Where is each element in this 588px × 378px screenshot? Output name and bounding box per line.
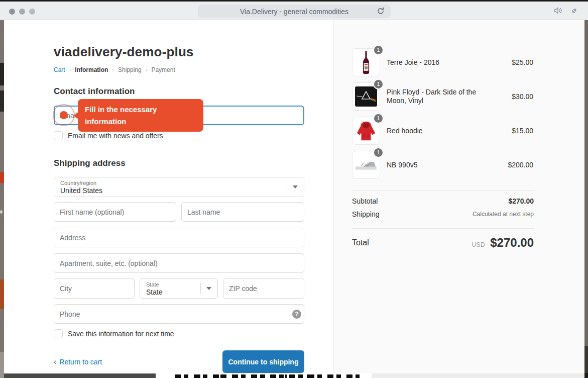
cart-item: 1 Terre Joie - 2016 $25.00 xyxy=(333,48,584,76)
total-value: $270.00 xyxy=(490,236,534,250)
page-title: Via.Delivery - general commodities xyxy=(240,8,348,16)
summary-divider xyxy=(352,228,534,229)
newsletter-row: Email me with news and offers xyxy=(54,131,163,140)
address-field[interactable] xyxy=(54,228,304,247)
state-select-label: State xyxy=(146,281,196,288)
chevron-right-icon: › xyxy=(69,67,71,73)
breadcrumb-shipping: Shipping xyxy=(118,66,142,73)
vinyl-record-image xyxy=(355,85,378,108)
validation-tooltip: Fill in the necessary information xyxy=(78,99,203,132)
browser-titlebar: Via.Delivery - general commodities xyxy=(0,2,588,20)
red-hoodie-image xyxy=(355,119,378,142)
product-name: Red hoodie xyxy=(387,127,493,135)
quantity-badge: 1 xyxy=(373,79,384,89)
shipping-label: Shipping xyxy=(352,210,380,218)
select-divider xyxy=(287,181,287,193)
quantity-badge: 1 xyxy=(373,147,384,158)
tooltip-arrow xyxy=(74,112,78,119)
subtotal-row: Subtotal $270.00 xyxy=(352,196,534,206)
newsletter-checkbox[interactable] xyxy=(54,131,63,140)
currency-code: USD xyxy=(472,241,485,248)
zip-code-field[interactable] xyxy=(223,278,304,299)
breadcrumb-cart[interactable]: Cart xyxy=(54,66,65,73)
quantity-badge: 1 xyxy=(373,113,384,124)
first-name-field[interactable] xyxy=(54,202,176,222)
country-select[interactable]: Country/region United States xyxy=(54,177,304,197)
city-field[interactable] xyxy=(54,278,135,299)
product-name: NB 990v5 xyxy=(387,161,493,169)
tooltip-text: Fill in the necessary information xyxy=(85,105,157,126)
state-select[interactable]: State State xyxy=(140,278,218,299)
total-label: Total xyxy=(352,238,369,247)
product-price: $30.00 xyxy=(512,92,533,101)
shipping-value: Calculated at next step xyxy=(473,211,534,218)
shipping-row: Shipping Calculated at next step xyxy=(352,209,534,219)
total-row: Total USD $270.00 xyxy=(352,235,534,250)
reload-icon[interactable] xyxy=(377,7,385,17)
product-price: $15.00 xyxy=(512,127,533,135)
quantity-badge: 1 xyxy=(373,45,384,55)
return-to-cart-label: Return to cart xyxy=(59,358,102,366)
newsletter-label: Email me with news and offers xyxy=(68,132,163,140)
product-thumbnail: 1 xyxy=(352,151,380,179)
subtotal-value: $270.00 xyxy=(508,197,534,205)
window-minimize-button[interactable] xyxy=(19,9,25,15)
phone-help-icon[interactable]: ? xyxy=(292,310,301,319)
cart-item: 1 Pink Floyd - Dark Side of the Moon, Vi… xyxy=(333,82,584,111)
speaker-icon[interactable] xyxy=(553,7,562,17)
state-select-value: State xyxy=(146,288,196,296)
breadcrumb-payment: Payment xyxy=(151,66,175,73)
checkout-page: viadelivery-demo-plus Cart › Information… xyxy=(4,20,584,373)
country-select-value: United States xyxy=(60,186,283,195)
background-bottom-strip xyxy=(4,373,584,378)
product-price: $25.00 xyxy=(512,58,533,66)
save-info-label: Save this information for next time xyxy=(68,330,174,338)
product-name: Pink Floyd - Dark Side of the Moon, Viny… xyxy=(387,88,493,105)
apartment-field[interactable] xyxy=(54,253,304,273)
cart-item: 1 NB 990v5 $200.00 xyxy=(333,151,584,179)
background-right-strip xyxy=(584,20,588,378)
background-clipped-text xyxy=(175,374,360,378)
chevron-left-icon: ‹ xyxy=(54,358,56,365)
select-divider xyxy=(200,283,201,294)
window-top-edge xyxy=(0,0,588,2)
continue-to-shipping-button[interactable]: Continue to shipping xyxy=(222,350,304,373)
store-name-heading: viadelivery-demo-plus xyxy=(54,44,194,60)
summary-divider xyxy=(352,190,534,191)
subtotal-label: Subtotal xyxy=(352,197,378,205)
product-thumbnail: 1 xyxy=(352,117,380,145)
product-thumbnail: 1 xyxy=(352,82,380,111)
window-controls xyxy=(9,9,35,15)
chevron-right-icon: › xyxy=(146,67,148,73)
wine-bottle-image xyxy=(361,51,371,74)
product-price: $200.00 xyxy=(508,161,533,169)
breadcrumb-information: Information xyxy=(75,66,108,73)
product-thumbnail: 1 xyxy=(352,48,380,76)
background-left-strip xyxy=(0,20,4,378)
return-to-cart-link[interactable]: ‹ Return to cart xyxy=(54,358,102,366)
shipping-address-heading: Shipping address xyxy=(54,158,126,168)
phone-field[interactable] xyxy=(54,304,304,324)
cart-item: 1 Red hoodie $15.00 xyxy=(333,117,584,145)
sneaker-image xyxy=(355,157,378,172)
window-close-button[interactable] xyxy=(9,9,15,15)
order-summary-panel: 1 Terre Joie - 2016 $25.00 1 xyxy=(333,20,584,373)
contact-information-heading: Contact information xyxy=(54,86,135,97)
chevron-down-icon xyxy=(206,287,211,290)
country-select-label: Country/region xyxy=(60,180,283,186)
window-zoom-button[interactable] xyxy=(29,9,35,15)
chevron-down-icon xyxy=(293,185,298,188)
address-bar[interactable]: Via.Delivery - general commodities xyxy=(198,5,391,18)
product-name: Terre Joie - 2016 xyxy=(387,58,493,67)
click-indicator-dot xyxy=(60,111,68,119)
chevron-right-icon: › xyxy=(112,67,114,73)
save-info-row: Save this information for next time xyxy=(54,329,174,338)
fullscreen-icon[interactable] xyxy=(570,7,578,17)
last-name-field[interactable] xyxy=(181,202,304,222)
breadcrumb: Cart › Information › Shipping › Payment xyxy=(54,66,175,73)
save-info-checkbox[interactable] xyxy=(54,329,63,338)
